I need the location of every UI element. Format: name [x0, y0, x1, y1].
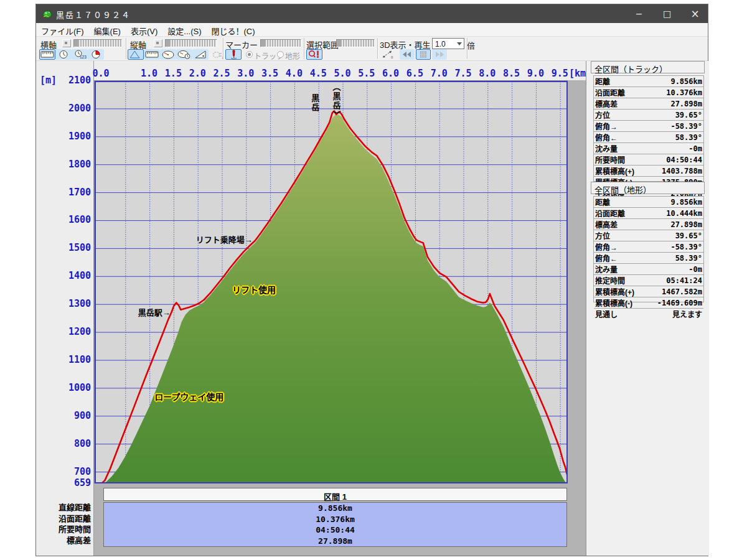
menu-item[interactable]: 設定...(S) [162, 23, 206, 37]
x-tick-label: 3.0 [237, 68, 254, 79]
stat-label: 俯角← [595, 253, 618, 263]
stat-label: 距離 [595, 76, 610, 86]
section-row-label: 所要時間 [36, 524, 91, 535]
y-tick-label: 1300 [60, 298, 91, 309]
slope-walk-icon: 0 [380, 50, 395, 59]
window-title: 黒岳１７０９２４ [56, 9, 131, 21]
playback-forward-button[interactable] [432, 49, 447, 60]
x-tick-label: 1.0 [141, 68, 157, 79]
stat-label: 俯角→ [595, 241, 618, 252]
menu-item[interactable]: 表示(V) [126, 23, 162, 37]
elevation-plot[interactable] [94, 80, 568, 483]
y-tick-label: 659 [60, 477, 91, 488]
haxis-pace-button[interactable] [88, 49, 104, 60]
y-tick-label: 700 [60, 466, 91, 477]
vaxis-options-button[interactable] [154, 39, 162, 47]
title-bar[interactable]: 黒岳１７０９２４ − □ × [36, 4, 708, 23]
stat-label: 方位 [595, 230, 610, 241]
haxis-time-number-button[interactable]: 123 [72, 49, 88, 60]
maximize-button[interactable]: □ [653, 4, 681, 23]
menu-item[interactable]: ファイル(F) [36, 23, 89, 37]
stats-rows: 距離9.856km沿面距離10.376km標高差27.898m方位39.65°俯… [593, 75, 704, 182]
section-table-body: 9.856km10.376km04:50:4427.898m [103, 502, 567, 547]
stats-rows: 距離9.856km沿面距離10.444km標高差27.898m方位39.65°俯… [593, 196, 704, 302]
close-button[interactable]: × [681, 4, 709, 23]
stat-row: 沈み量-0m [594, 264, 703, 275]
y-tick-label: 1500 [60, 242, 91, 253]
stat-label: 累積標高(-) [595, 297, 632, 308]
clock-icon [56, 50, 71, 59]
vaxis-scale-slider[interactable] [165, 39, 217, 47]
haxis-time-button[interactable] [55, 49, 72, 60]
marker-pen-icon [226, 50, 241, 59]
stat-value: 05:41:24 [666, 276, 702, 285]
marker-terrain-radio-label[interactable]: 地形 [285, 50, 300, 61]
stat-label: 標高差 [595, 98, 618, 109]
stat-value: 39.65° [675, 231, 702, 240]
marker-terrain-radio[interactable] [277, 51, 284, 58]
ruler-icon [40, 50, 55, 59]
x-tick-label: 2.5 [213, 68, 230, 79]
section-value: 27.898m [104, 536, 566, 547]
x-tick-label: 4.5 [310, 68, 327, 79]
marker-position-slider[interactable] [260, 39, 301, 47]
x-tick-label: 1.5 [165, 68, 182, 79]
x-tick-label: 2.0 [189, 68, 206, 79]
x-tick-label: 9.0 [527, 68, 544, 79]
menu-item[interactable]: 閉じる！(C) [206, 23, 260, 37]
stat-row: 累積標高(+)1403.788m [594, 166, 703, 177]
stat-row: 距離9.856km [594, 197, 703, 208]
stat-row: 俯角→-58.39° [594, 121, 703, 132]
chevron-down-icon [457, 42, 462, 45]
minimize-button[interactable]: − [625, 4, 653, 23]
vaxis-speed-time-button[interactable] [176, 49, 192, 60]
stat-value: 1403.788m [662, 167, 702, 175]
toolbar: 横軸 123 縦軸 [36, 37, 708, 61]
stat-label: 標高差 [595, 219, 618, 230]
playback-speed-select[interactable]: 1.0 [432, 38, 464, 49]
marker-track-radio[interactable] [246, 51, 253, 58]
selection-pins-icon [307, 50, 322, 59]
playback-3d-walk-button[interactable]: 0 [380, 49, 396, 60]
section-row-label: 沿面距離 [36, 513, 91, 525]
vaxis-distance-button[interactable] [144, 49, 160, 60]
haxis-distance-button[interactable] [39, 49, 55, 60]
stat-row: 沈み量-0m [594, 143, 703, 154]
svg-text:123: 123 [80, 55, 87, 59]
haxis-scale-slider[interactable] [73, 39, 122, 47]
stat-label: 累積標高(+) [595, 166, 634, 176]
vaxis-gradient-button[interactable] [192, 49, 209, 60]
menu-item[interactable]: 編集(E) [89, 23, 126, 37]
y-tick-label: 1000 [60, 382, 91, 393]
x-tick-label: 0.0 [92, 68, 109, 79]
toolbar-separator [377, 38, 378, 59]
marker-pen-button[interactable] [225, 49, 242, 60]
stat-value: 04:50:44 [666, 156, 702, 164]
playback-stop-button[interactable] [416, 49, 431, 60]
x-tick-label: 9.5 [552, 68, 568, 79]
section-table-row-labels: 直線距離沿面距離所要時間標高差 [36, 502, 91, 546]
stat-row: 推定時間05:41:24 [594, 275, 703, 286]
stat-label: 距離 [595, 197, 610, 207]
stat-row: 標高差27.898m [594, 98, 703, 110]
vaxis-elevation-button[interactable] [128, 49, 144, 60]
selection-range-slider[interactable] [336, 39, 375, 47]
stat-value: 27.898m [670, 100, 702, 108]
stat-value: -58.39° [670, 243, 702, 251]
stat-value: 9.856km [670, 198, 702, 207]
elevation-profile-chart [95, 81, 568, 483]
stat-value: 39.65° [675, 111, 702, 119]
stat-row: 俯角←58.39° [594, 253, 703, 264]
y-tick-label: 1800 [60, 159, 91, 170]
speedometer-icon [161, 50, 176, 59]
section-value: 9.856km [104, 503, 566, 514]
haxis-options-button[interactable] [62, 39, 71, 47]
section-value: 10.376km [104, 514, 566, 525]
screen: 黒岳１７０９２４ − □ × ファイル(F)編集(E)表示(V)設定...(S)… [0, 0, 747, 560]
selection-markers-button[interactable] [306, 49, 322, 60]
stat-label: 沈み量 [595, 264, 618, 274]
stat-value: 9.856km [670, 77, 702, 86]
vaxis-speed-button[interactable] [160, 49, 176, 60]
mountain-icon [128, 50, 143, 59]
playback-rewind-button[interactable] [400, 49, 415, 60]
